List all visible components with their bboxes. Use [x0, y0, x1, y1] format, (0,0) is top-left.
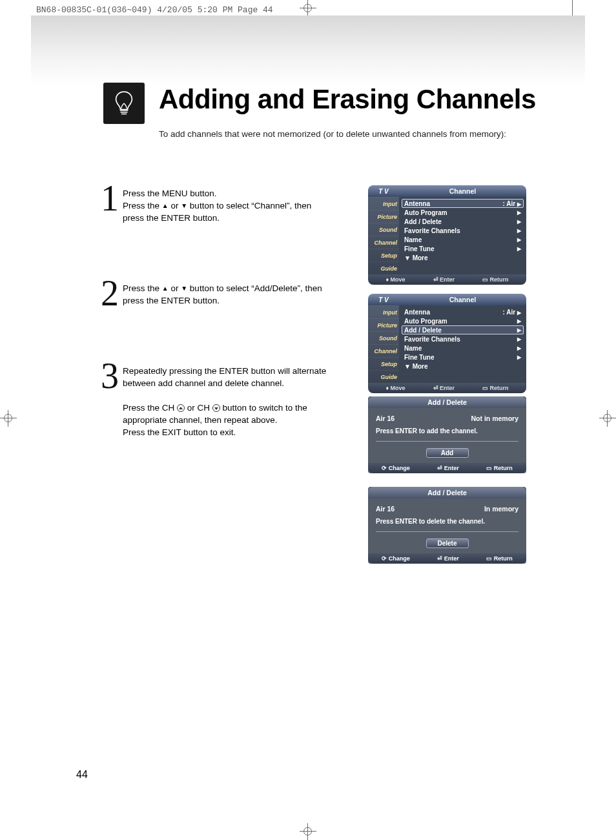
page-title: Adding and Erasing Channels — [159, 84, 536, 115]
enter-hint: ⏎ Enter — [433, 276, 455, 283]
add-button[interactable]: Add — [426, 448, 469, 458]
panel-title: Add / Delete — [368, 487, 526, 498]
panel-footer: ⟳ Change ⏎ Enter ▭ Return — [368, 553, 526, 564]
step-text: Press the MENU button. Press the ▲ or ▼ … — [123, 184, 311, 225]
osd-sidebar-tab[interactable]: Sound — [368, 331, 399, 344]
channel-label: Air 16 — [376, 505, 395, 513]
panel-footer: ⟳ Change ⏎ Enter ▭ Return — [368, 463, 526, 473]
osd-menu-list: Antenna: Air ▶Auto Program▶Add / Delete▶… — [399, 197, 526, 274]
osd-menu-step2: T V Channel InputPictureSoundChannelSetu… — [368, 294, 526, 393]
registration-mark-icon — [599, 410, 616, 427]
osd-sidebar-tab[interactable]: Channel — [368, 344, 399, 357]
osd-section-title: Channel — [399, 296, 526, 303]
channel-up-icon — [177, 404, 185, 412]
osd-footer: ♦ Move ⏎ Enter ▭ Return — [368, 274, 526, 285]
osd-sidebar-tab[interactable]: Input — [368, 305, 399, 318]
page-subtitle: To add channels that were not memorized … — [159, 129, 506, 139]
panel-title: Add / Delete — [368, 396, 526, 408]
osd-sidebar-tab[interactable]: Picture — [368, 210, 399, 223]
osd-sidebar: InputPictureSoundChannelSetupGuide — [368, 197, 399, 274]
step-number: 3 — [97, 362, 123, 391]
banner-gradient — [31, 15, 585, 85]
move-hint: ♦ Move — [385, 385, 405, 391]
osd-menu-item[interactable]: ▼ More — [402, 362, 524, 371]
return-hint: ▭ Return — [486, 555, 513, 562]
osd-menu-item[interactable]: Add / Delete▶ — [402, 325, 524, 334]
step-text: Press the ▲ or ▼ button to select “Add/D… — [123, 279, 322, 307]
osd-menu-item[interactable]: Add / Delete▶ — [402, 217, 524, 226]
osd-menu-item[interactable]: Auto Program▶ — [402, 316, 524, 325]
up-triangle-icon: ▲ — [162, 202, 169, 209]
osd-menu-item[interactable]: Favorite Channels▶ — [402, 226, 524, 235]
add-delete-panel-delete: Add / Delete Air 16 In memory Press ENTE… — [368, 487, 526, 564]
up-triangle-icon: ▲ — [162, 285, 169, 292]
registration-mark-icon — [0, 410, 17, 427]
page-number: 44 — [76, 769, 88, 781]
return-hint: ▭ Return — [482, 385, 509, 391]
move-hint: ♦ Move — [385, 276, 405, 283]
osd-menu-item[interactable]: Name▶ — [402, 343, 524, 353]
osd-sidebar-tab[interactable]: Input — [368, 197, 399, 210]
osd-menu-item[interactable]: Name▶ — [402, 235, 524, 244]
osd-menu-item[interactable]: Fine Tune▶ — [402, 353, 524, 362]
channel-label: Air 16 — [376, 415, 395, 422]
osd-sidebar-tab[interactable]: Channel — [368, 236, 399, 249]
osd-sidebar-tab[interactable]: Picture — [368, 318, 399, 331]
registration-mark-icon — [300, 823, 316, 840]
osd-menu-item[interactable]: Antenna: Air ▶ — [402, 199, 524, 208]
osd-menu-item[interactable]: Favorite Channels▶ — [402, 334, 524, 343]
osd-sidebar-tab[interactable]: Guide — [368, 261, 399, 274]
divider — [376, 441, 518, 442]
osd-sidebar-tab[interactable]: Setup — [368, 357, 399, 370]
osd-menu-item[interactable]: Auto Program▶ — [402, 208, 524, 217]
panel-prompt: Press ENTER to delete the channel. — [376, 518, 518, 525]
delete-button[interactable]: Delete — [426, 538, 469, 548]
registration-mark-icon — [300, 0, 316, 17]
osd-menu-item[interactable]: Antenna: Air ▶ — [402, 307, 524, 316]
step-text: Repeatedly pressing the ENTER button wil… — [123, 362, 326, 438]
lightbulb-icon — [103, 83, 145, 124]
osd-section-title: Channel — [399, 187, 526, 195]
print-header: BN68-00835C-01(036~049) 4/20/05 5:20 PM … — [36, 5, 273, 15]
divider — [376, 531, 518, 532]
down-triangle-icon: ▼ — [181, 202, 187, 209]
osd-footer: ♦ Move ⏎ Enter ▭ Return — [368, 383, 526, 393]
change-hint: ⟳ Change — [382, 555, 410, 562]
osd-tv-label: T V — [368, 188, 399, 195]
change-hint: ⟳ Change — [382, 465, 410, 471]
enter-hint: ⏎ Enter — [437, 465, 459, 471]
osd-sidebar: InputPictureSoundChannelSetupGuide — [368, 305, 399, 383]
osd-menu-list: Antenna: Air ▶Auto Program▶Add / Delete▶… — [399, 305, 526, 383]
step-number: 1 — [97, 184, 123, 213]
osd-menu-item[interactable]: Fine Tune▶ — [402, 244, 524, 253]
return-hint: ▭ Return — [486, 465, 513, 471]
return-hint: ▭ Return — [482, 276, 509, 283]
osd-sidebar-tab[interactable]: Guide — [368, 370, 399, 383]
osd-menu-item[interactable]: ▼ More — [402, 253, 524, 262]
memory-status: In memory — [484, 505, 518, 513]
osd-sidebar-tab[interactable]: Sound — [368, 223, 399, 236]
enter-hint: ⏎ Enter — [433, 385, 455, 391]
osd-sidebar-tab[interactable]: Setup — [368, 249, 399, 261]
enter-hint: ⏎ Enter — [437, 555, 459, 562]
memory-status: Not in memory — [471, 415, 518, 422]
step-number: 2 — [97, 279, 123, 308]
osd-tv-label: T V — [368, 296, 399, 303]
panel-prompt: Press ENTER to add the channel. — [376, 427, 518, 435]
channel-down-icon — [212, 404, 220, 412]
add-delete-panel-add: Add / Delete Air 16 Not in memory Press … — [368, 396, 526, 473]
osd-menu-step1: T V Channel InputPictureSoundChannelSetu… — [368, 185, 526, 285]
down-triangle-icon: ▼ — [181, 285, 187, 292]
